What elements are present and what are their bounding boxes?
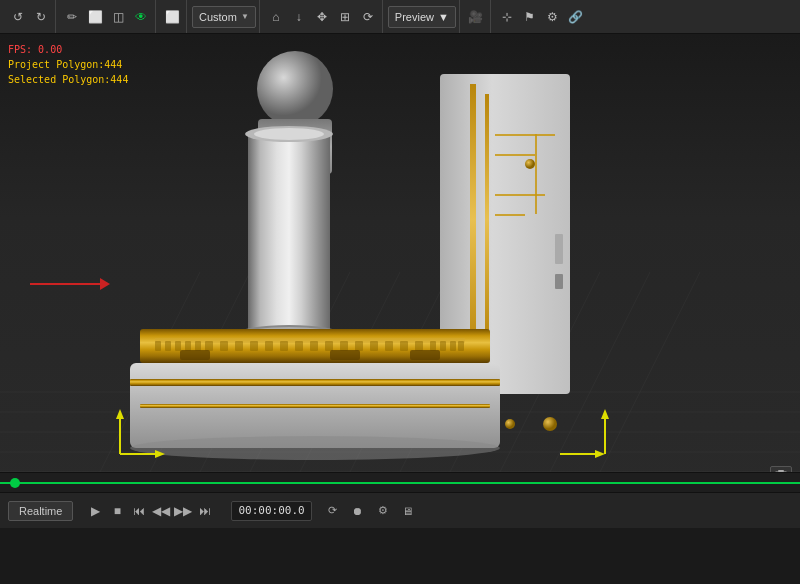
main-toolbar: ↺ ↻ ✏ ⬜ ◫ 👁 ⬜ Custom ▼ ⌂ ↓ ✥ ⊞ ⟳ Preview… xyxy=(0,0,800,34)
svg-rect-50 xyxy=(325,341,333,351)
svg-point-67 xyxy=(543,417,557,431)
svg-rect-40 xyxy=(185,341,191,351)
loop-button[interactable]: ⟳ xyxy=(322,501,344,521)
preview-label: Preview xyxy=(395,11,434,23)
flag-button[interactable]: ⚑ xyxy=(519,5,541,29)
svg-point-19 xyxy=(505,419,515,429)
stop-button[interactable]: ■ xyxy=(107,501,127,521)
toolbar-group-tools: ✏ ⬜ ◫ 👁 xyxy=(58,0,156,33)
fps-display: FPS: 0.00 xyxy=(8,42,128,57)
prev-button[interactable]: ⏮ xyxy=(129,501,149,521)
svg-rect-66 xyxy=(140,404,490,408)
svg-rect-38 xyxy=(165,341,171,351)
custom-dropdown[interactable]: Custom ▼ xyxy=(192,6,256,28)
next-frame-button[interactable]: ▶▶ xyxy=(173,501,193,521)
record-button[interactable]: ⏺ xyxy=(347,501,369,521)
svg-rect-17 xyxy=(470,84,476,354)
red-arrow-annotation xyxy=(30,278,110,290)
timeline-track[interactable] xyxy=(0,473,800,492)
gear-button[interactable]: ⚙ xyxy=(372,501,394,521)
redo-button[interactable]: ↻ xyxy=(30,5,52,29)
cursor-button[interactable]: ⊹ xyxy=(496,5,518,29)
viewport-container: FPS: 0.00 Project Polygon:444 Selected P… xyxy=(0,34,800,528)
svg-rect-49 xyxy=(310,341,318,351)
bottom-control-bar: Realtime ▶ ■ ⏮ ◀◀ ▶▶ ⏭ 00:00:00.0 ⟳ ⏺ ⚙ … xyxy=(0,492,800,528)
selected-polygon: Selected Polygon:444 xyxy=(8,72,128,87)
robot-model-svg xyxy=(100,34,650,492)
transform-button[interactable]: ⊞ xyxy=(334,5,356,29)
preview-arrow: ▼ xyxy=(438,11,449,23)
svg-point-68 xyxy=(130,436,500,460)
camera-video-button[interactable]: 🎥 xyxy=(465,5,487,29)
download-button[interactable]: ↓ xyxy=(288,5,310,29)
settings-button[interactable]: ⚙ xyxy=(542,5,564,29)
file-new-button[interactable]: ⬜ xyxy=(84,5,106,29)
svg-rect-43 xyxy=(220,341,228,351)
link-button[interactable]: 🔗 xyxy=(565,5,587,29)
toolbar-group-view: ⬜ xyxy=(158,0,187,33)
prev-frame-button[interactable]: ◀◀ xyxy=(151,501,171,521)
home-button[interactable]: ⌂ xyxy=(265,5,287,29)
svg-rect-55 xyxy=(400,341,408,351)
svg-rect-52 xyxy=(355,341,363,351)
eye-button[interactable]: 👁 xyxy=(130,5,152,29)
svg-rect-25 xyxy=(535,134,537,214)
svg-rect-57 xyxy=(430,341,436,351)
rotate-button[interactable]: ⟳ xyxy=(357,5,379,29)
preview-dropdown[interactable]: Preview ▼ xyxy=(388,6,456,28)
svg-rect-18 xyxy=(485,94,489,344)
svg-rect-48 xyxy=(295,341,303,351)
play-button[interactable]: ▶ xyxy=(85,501,105,521)
timeline-row[interactable] xyxy=(0,472,800,492)
frame-button[interactable]: ⬜ xyxy=(161,5,183,29)
undo-button[interactable]: ↺ xyxy=(7,5,29,29)
monitor-button[interactable]: 🖥 xyxy=(397,501,419,521)
toolbar-group-preview: Preview ▼ xyxy=(385,0,460,33)
svg-rect-62 xyxy=(330,350,360,360)
svg-rect-56 xyxy=(415,341,423,351)
svg-rect-54 xyxy=(385,341,393,351)
svg-rect-24 xyxy=(495,214,525,216)
svg-rect-39 xyxy=(175,341,181,351)
svg-point-28 xyxy=(257,51,333,127)
svg-rect-26 xyxy=(555,234,563,264)
svg-rect-65 xyxy=(130,379,500,386)
stats-overlay: FPS: 0.00 Project Polygon:444 Selected P… xyxy=(8,42,128,87)
toolbar-group-file: ↺ ↻ xyxy=(4,0,56,33)
svg-rect-60 xyxy=(458,341,464,351)
svg-marker-72 xyxy=(116,409,124,419)
timecode-display: 00:00:00.0 xyxy=(231,501,311,521)
pencil-button[interactable]: ✏ xyxy=(61,5,83,29)
svg-rect-30 xyxy=(248,134,330,334)
svg-rect-44 xyxy=(235,341,243,351)
svg-marker-76 xyxy=(601,409,609,419)
3d-viewport[interactable]: FPS: 0.00 Project Polygon:444 Selected P… xyxy=(0,34,800,492)
move-button[interactable]: ✥ xyxy=(311,5,333,29)
svg-rect-21 xyxy=(495,134,555,136)
svg-rect-59 xyxy=(450,341,456,351)
svg-rect-41 xyxy=(195,341,201,351)
svg-rect-23 xyxy=(495,194,545,196)
svg-rect-46 xyxy=(265,341,273,351)
file-open-button[interactable]: ◫ xyxy=(107,5,129,29)
toolbar-group-camera: 🎥 xyxy=(462,0,491,33)
svg-rect-22 xyxy=(495,154,535,156)
next-button[interactable]: ⏭ xyxy=(195,501,215,521)
svg-rect-27 xyxy=(555,274,563,289)
toolbar-group-nav: ⌂ ↓ ✥ ⊞ ⟳ xyxy=(262,0,383,33)
custom-dropdown-arrow: ▼ xyxy=(241,12,249,21)
toolbar-group-custom: Custom ▼ xyxy=(189,0,260,33)
toolbar-group-right: ⊹ ⚑ ⚙ 🔗 xyxy=(493,0,590,33)
svg-point-20 xyxy=(525,159,535,169)
realtime-button[interactable]: Realtime xyxy=(8,501,73,521)
project-polygon: Project Polygon:444 xyxy=(8,57,128,72)
svg-rect-47 xyxy=(280,341,288,351)
svg-rect-53 xyxy=(370,341,378,351)
svg-rect-58 xyxy=(440,341,446,351)
timeline-progress-line xyxy=(0,482,800,484)
custom-dropdown-label: Custom xyxy=(199,11,237,23)
svg-point-32 xyxy=(254,128,324,140)
svg-rect-37 xyxy=(155,341,161,351)
svg-rect-45 xyxy=(250,341,258,351)
svg-rect-42 xyxy=(205,341,213,351)
